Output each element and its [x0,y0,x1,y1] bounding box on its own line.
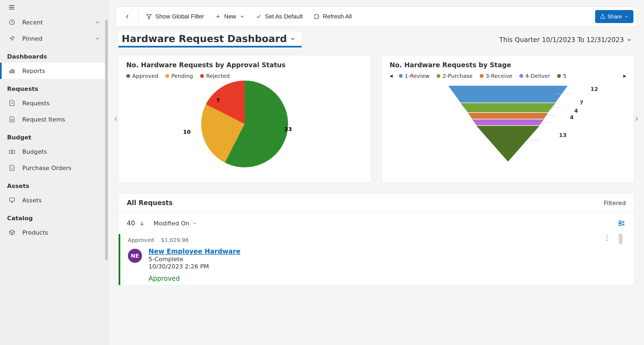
nav-purchase-orders[interactable]: $ Purchase Orders [0,160,108,176]
legend-item[interactable]: 3-Receive [480,73,512,79]
svg-rect-34 [619,223,621,226]
all-requests-title: All Requests [127,199,173,207]
cmd-label: New [224,13,236,20]
date-range-dropdown[interactable]: This Quarter 10/1/2023 To 12/31/2023 [499,36,634,44]
date-range-label: This Quarter 10/1/2023 To 12/31/2023 [499,36,624,44]
nav-label: Recent [22,19,88,26]
page-title: Hardware Request Dashboard [122,33,287,44]
cmd-label: Share [608,14,622,20]
bar-chart-icon [8,68,16,74]
legend-item[interactable]: Pending [165,73,193,79]
screen-icon [8,197,16,203]
clock-icon [8,19,16,25]
pie-graphic [201,81,288,167]
chevron-down-icon [192,221,197,226]
legend-item[interactable]: 2-Purchase [437,73,473,79]
nav-label: Purchase Orders [22,165,100,171]
legend-label: Approved [132,73,158,79]
legend-dot-icon [399,74,403,78]
request-amount: $1,029.98 [161,237,189,243]
legend-prev-button[interactable]: ◀ [390,74,393,78]
hamburger-button[interactable] [0,4,108,14]
dashboard-body: No. Hardware Requests by Approval Status… [109,50,644,345]
legend-dot-icon [437,74,440,78]
svg-marker-24 [476,126,539,162]
new-button[interactable]: New [210,9,250,24]
chevron-down-icon [626,37,632,43]
legend: Approved Pending Rejected [126,73,363,79]
card-title: No. Hardware Requests by Stage [390,61,626,69]
legend-item[interactable]: Approved [126,73,158,79]
svg-rect-6 [13,70,14,73]
nav-label: Budgets [22,148,100,155]
all-requests-panel: All Requests Filtered 40 Modified On [118,193,634,285]
legend-label: 4-Deliver [525,73,550,79]
file-arrow-icon [8,100,16,106]
sort-dropdown[interactable]: Modified On [154,220,197,227]
dashboard-title-dropdown[interactable]: Hardware Request Dashboard [118,32,302,47]
set-default-button[interactable]: Set As Default [251,9,308,24]
svg-rect-12 [10,198,14,201]
legend-dot-icon [480,74,484,78]
card-stage: No. Hardware Requests by Stage ◀ 1-Revie… [382,55,634,183]
show-global-filter-button[interactable]: Show Global Filter [141,9,209,24]
nav-label: Products [22,229,100,236]
plus-icon [215,14,221,20]
back-button[interactable] [119,9,135,24]
funnel-value: 12 [591,86,599,92]
legend-item[interactable]: Rejected [200,73,230,79]
pie-chart[interactable]: 23 10 7 [126,79,363,169]
filtered-label: Filtered [604,200,626,206]
svg-rect-9 [9,150,15,154]
refresh-icon [314,14,320,20]
refresh-all-button[interactable]: Refresh All [309,9,356,24]
section-catalog: Catalog [0,208,108,224]
svg-rect-31 [619,221,621,223]
sort-desc-icon[interactable] [139,220,145,226]
sidebar-scrollbar[interactable] [105,20,108,341]
nav-label: Reports [22,68,100,74]
legend-item[interactable]: 5 [557,73,567,79]
nav-pinned[interactable]: Pinned [0,30,108,47]
funnel-value: 4 [574,107,582,114]
nav-reports[interactable]: Reports [0,63,108,79]
pin-icon [8,35,16,42]
chevron-down-icon [95,36,100,41]
next-chart-button[interactable] [631,113,642,124]
record-count: 40 [127,219,145,227]
share-button[interactable]: Share [595,10,633,23]
legend-item[interactable]: 4-Deliver [519,73,550,79]
all-requests-header: All Requests Filtered [119,194,634,212]
item-scrollbar-thumb[interactable] [619,234,623,244]
svg-rect-5 [11,69,12,73]
card-title: No. Hardware Requests by Approval Status [126,61,363,69]
request-link[interactable]: New Employee Hardware [149,248,241,255]
request-date: 10/30/2023 2:26 PM [149,263,241,270]
nav-assets[interactable]: Assets [0,192,108,208]
chevron-down-icon [290,36,296,42]
sidebar: Recent Pinned Dashboards Reports Request… [0,0,109,345]
view-toggle-button[interactable] [618,220,626,227]
nav-requests[interactable]: Requests [0,95,108,111]
legend-nav: ◀ 1-Review 2-Purchase 3-Receive 4-Delive… [390,73,626,79]
nav-budgets[interactable]: Budgets [0,143,108,160]
request-badge: Approved [149,275,241,282]
legend-next-button[interactable]: ▶ [623,74,626,78]
nav-products[interactable]: Products [0,224,108,241]
nav-recent[interactable]: Recent [0,14,108,30]
nav-label: Requests [22,100,100,107]
chevron-down-icon [624,14,629,19]
nav-request-items[interactable]: Request Items [0,111,108,127]
legend-item[interactable]: 1-Review [399,73,430,79]
sort-label: Modified On [154,220,190,227]
request-list-item[interactable]: Approved $1,029.98 NE New Employee Hardw… [119,234,626,285]
more-actions-button[interactable]: ⋮ [604,234,611,242]
pie-value: 23 [285,126,292,132]
svg-point-10 [11,151,13,153]
file-list-icon [8,116,16,123]
pie-value: 7 [216,97,220,104]
svg-marker-22 [468,113,548,119]
section-assets: Assets [0,176,108,192]
request-status: Approved [128,237,154,243]
funnel-chart[interactable]: 12 7 4 4 13 [390,83,626,164]
